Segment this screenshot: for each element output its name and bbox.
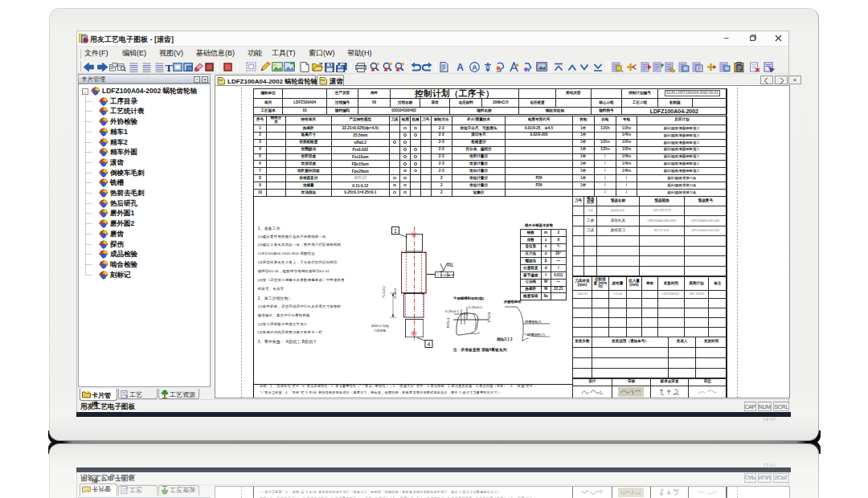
svg-text:倒角2:1 2: 倒角2:1 2 <box>496 337 513 342</box>
svg-text:A-B: A-B <box>448 272 454 276</box>
svg-text:T: T <box>166 62 173 72</box>
svg-text:1: 1 <box>394 228 397 234</box>
svg-text:键槽倒角(?): 键槽倒角(?) <box>526 333 545 337</box>
svg-text:键槽圆锥孔: 键槽圆锥孔 <box>524 320 542 324</box>
svg-text:4: 4 <box>428 341 431 347</box>
svg-text:R25±1: R25±1 <box>487 312 491 323</box>
svg-text:0.25±0.1: 0.25±0.1 <box>445 309 460 313</box>
svg-text:A: A <box>472 63 477 71</box>
svg-text:0.25±0.1: 0.25±0.1 <box>469 305 483 309</box>
svg-text:Ra1.6: Ra1.6 <box>447 263 453 267</box>
svg-text:A: A <box>457 62 464 71</box>
svg-text:R25±1: R25±1 <box>446 317 450 328</box>
